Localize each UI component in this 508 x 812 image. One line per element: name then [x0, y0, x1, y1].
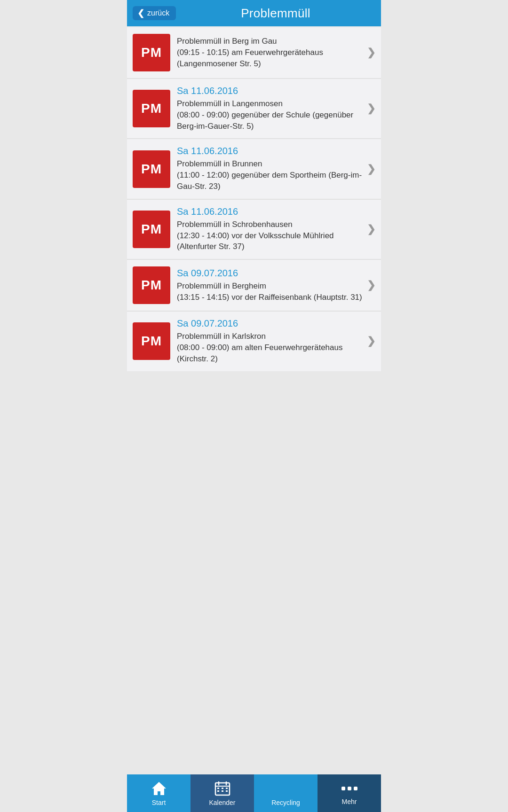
item-description: Problemmüll in Karlskron(08:00 - 09:00) …: [177, 331, 364, 364]
item-date: Sa 11.06.2016: [177, 86, 364, 96]
item-description: Problemmüll in Bergheim(13:15 - 14:15) v…: [177, 281, 364, 303]
item-description: Problemmüll in Berg im Gau(09:15 - 10:15…: [177, 36, 364, 69]
item-content: Sa 11.06.2016 Problemmüll in Langenmosen…: [170, 86, 375, 132]
item-date: Sa 11.06.2016: [177, 206, 364, 217]
back-label: zurück: [147, 9, 169, 17]
item-description: Problemmüll in Brunnen(11:00 - 12:00) ge…: [177, 158, 364, 192]
item-content: Sa 11.06.2016 Problemmüll in Brunnen(11:…: [170, 146, 375, 192]
list-item[interactable]: PM Problemmüll in Berg im Gau(09:15 - 10…: [127, 27, 381, 78]
list-item[interactable]: PM Sa 09.07.2016 Problemmüll in Bergheim…: [127, 260, 381, 311]
chevron-right-icon: ❯: [367, 335, 375, 347]
chevron-right-icon: ❯: [367, 102, 375, 115]
item-date: Sa 11.06.2016: [177, 146, 364, 156]
chevron-right-icon: ❯: [367, 223, 375, 235]
item-description: Problemmüll in Langenmosen(08:00 - 09:00…: [177, 98, 364, 132]
pm-badge: PM: [133, 34, 170, 71]
item-description: Problemmüll in Schrobenhausen(12:30 - 14…: [177, 219, 364, 252]
item-content: Problemmüll in Berg im Gau(09:15 - 10:15…: [170, 36, 375, 69]
chevron-right-icon: ❯: [367, 47, 375, 59]
chevron-left-icon: ❮: [137, 9, 144, 17]
item-content: Sa 09.07.2016 Problemmüll in Karlskron(0…: [170, 318, 375, 364]
pm-badge: PM: [133, 266, 170, 304]
pm-badge: PM: [133, 150, 170, 188]
list-item[interactable]: PM Sa 11.06.2016 Problemmüll in Schroben…: [127, 200, 381, 259]
chevron-right-icon: ❯: [367, 279, 375, 291]
list-item[interactable]: PM Sa 11.06.2016 Problemmüll in Brunnen(…: [127, 139, 381, 198]
header: ❮ zurück Problemmüll: [127, 0, 381, 26]
pm-badge: PM: [133, 322, 170, 360]
page-title: Problemmüll: [176, 6, 375, 21]
item-date: Sa 09.07.2016: [177, 268, 364, 279]
item-date: Sa 09.07.2016: [177, 318, 364, 329]
chevron-right-icon: ❯: [367, 163, 375, 175]
list-item[interactable]: PM Sa 11.06.2016 Problemmüll in Langenmo…: [127, 79, 381, 138]
back-button[interactable]: ❮ zurück: [133, 6, 176, 20]
pm-badge: PM: [133, 90, 170, 127]
item-content: Sa 09.07.2016 Problemmüll in Bergheim(13…: [170, 268, 375, 303]
pm-badge: PM: [133, 211, 170, 248]
list-item[interactable]: PM Sa 09.07.2016 Problemmüll in Karlskro…: [127, 312, 381, 371]
list-container: PM Problemmüll in Berg im Gau(09:15 - 10…: [127, 27, 381, 371]
item-content: Sa 11.06.2016 Problemmüll in Schrobenhau…: [170, 206, 375, 252]
